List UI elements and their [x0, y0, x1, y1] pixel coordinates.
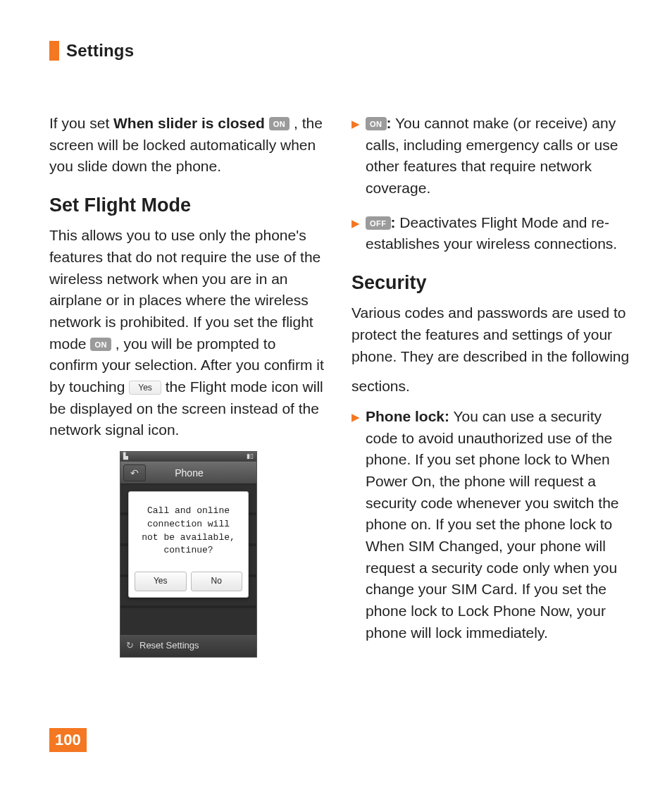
- bullet-content: ON: You cannot make (or receive) any cal…: [366, 113, 630, 199]
- manual-page: Settings If you set When slider is close…: [0, 0, 672, 807]
- bullet-arrow-icon: ▶: [351, 116, 360, 199]
- phone-title-bar: ↶ Phone: [120, 462, 256, 484]
- left-column: If you set When slider is closed ON , th…: [49, 113, 328, 658]
- phone-screenshot: ▙ ▮▯ ↶ Phone Call and online connection …: [49, 451, 328, 658]
- text: You cannot make (or receive) any calls, …: [366, 115, 618, 196]
- on-badge-icon: ON: [269, 117, 290, 130]
- slider-closed-bold: When slider is closed: [113, 115, 265, 131]
- text: This allows you to use only the phone's …: [49, 227, 321, 351]
- bullet-arrow-icon: ▶: [351, 409, 360, 643]
- phone-screen-title: Phone: [146, 466, 232, 480]
- phone-lock-label: Phone lock:: [366, 408, 449, 424]
- bullet-content: Phone lock: You can use a security code …: [366, 406, 630, 643]
- off-badge-icon: OFF: [366, 216, 391, 230]
- phone-frame: ▙ ▮▯ ↶ Phone Call and online connection …: [120, 451, 257, 658]
- sections-word: sections.: [351, 376, 630, 398]
- header-marker: [49, 41, 59, 61]
- on-badge-icon: ON: [90, 338, 111, 351]
- phone-status-bar: ▙ ▮▯: [120, 452, 256, 462]
- yes-button[interactable]: Yes: [135, 572, 187, 591]
- dialog-line: continue?: [135, 544, 242, 557]
- off-bullet: ▶ OFF: Deactivates Flight Mode and re-es…: [351, 212, 630, 255]
- page-number: 100: [49, 728, 87, 752]
- back-button[interactable]: ↶: [123, 464, 146, 481]
- bullet-content: OFF: Deactivates Flight Mode and re-esta…: [366, 212, 630, 255]
- phone-body: Call and online connection will not be a…: [120, 484, 256, 636]
- flight-mode-paragraph: This allows you to use only the phone's …: [49, 225, 328, 441]
- page-header: Settings: [49, 41, 630, 61]
- dialog-line: Call and online: [135, 505, 242, 518]
- reset-settings-label: Reset Settings: [139, 639, 199, 653]
- confirm-dialog: Call and online connection will not be a…: [128, 491, 249, 598]
- section-title: Settings: [66, 41, 134, 61]
- dialog-line: connection will: [135, 518, 242, 531]
- dialog-line: not be available,: [135, 531, 242, 545]
- text: If you set: [49, 115, 113, 131]
- on-bullet: ▶ ON: You cannot make (or receive) any c…: [351, 113, 630, 199]
- text: You can use a security code to avoid una…: [366, 408, 619, 641]
- reset-icon: ↻: [126, 639, 134, 653]
- right-column: ▶ ON: You cannot make (or receive) any c…: [351, 113, 630, 658]
- slider-closed-paragraph: If you set When slider is closed ON , th…: [49, 113, 328, 178]
- colon: :: [387, 115, 392, 131]
- signal-icon: ▙: [123, 452, 128, 461]
- dialog-buttons: Yes No: [135, 572, 242, 591]
- phone-lock-bullet: ▶ Phone lock: You can use a security cod…: [351, 406, 630, 643]
- on-badge-icon: ON: [366, 117, 387, 130]
- bullet-arrow-icon: ▶: [351, 216, 360, 255]
- two-column-layout: If you set When slider is closed ON , th…: [49, 113, 630, 658]
- no-button[interactable]: No: [191, 572, 243, 591]
- text: Deactivates Flight Mode and re-establish…: [366, 214, 617, 252]
- colon: :: [391, 214, 396, 230]
- set-flight-mode-heading: Set Flight Mode: [49, 192, 328, 219]
- yes-chip-icon: Yes: [129, 381, 161, 395]
- phone-footer-bar: ↻ Reset Settings: [120, 635, 256, 657]
- security-heading: Security: [351, 269, 630, 297]
- battery-icon: ▮▯: [247, 452, 254, 461]
- security-intro-paragraph: Various codes and passwords are used to …: [351, 302, 630, 367]
- dialog-message: Call and online connection will not be a…: [135, 505, 242, 557]
